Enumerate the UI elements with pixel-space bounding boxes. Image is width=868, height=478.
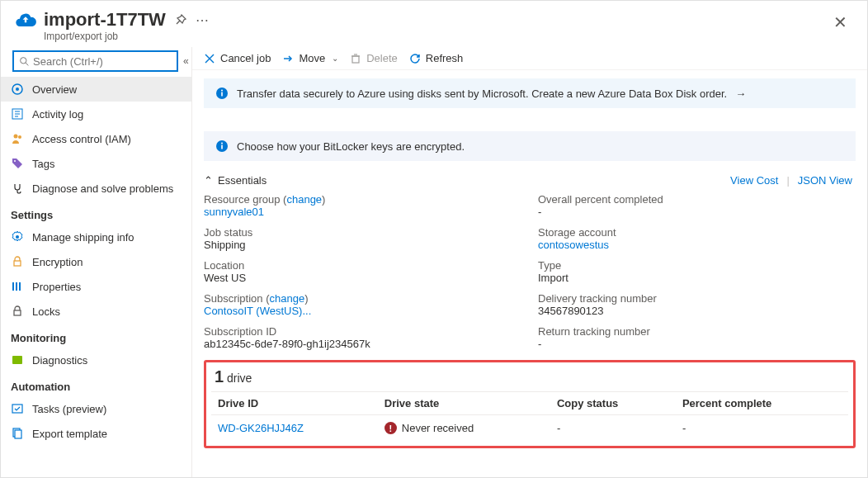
sidebar-item-label: Encryption	[32, 256, 83, 268]
essentials-toggle[interactable]: ⌃ Essentials	[204, 174, 730, 187]
svg-rect-20	[15, 430, 21, 438]
view-cost-link[interactable]: View Cost	[730, 174, 778, 187]
sidebar-item-label: Access control (IAM)	[32, 133, 131, 145]
cloud-upload-icon	[14, 9, 37, 32]
delivery-tracking-value: 34567890123	[538, 305, 856, 317]
col-copy-status[interactable]: Copy status	[550, 392, 676, 415]
sidebar-item-properties[interactable]: Properties	[1, 274, 191, 299]
copy-status-value: -	[550, 415, 676, 442]
sidebar-item-label: Export template	[32, 428, 107, 440]
sidebar-item-locks[interactable]: Locks	[1, 299, 191, 324]
move-button[interactable]: Move ⌄	[282, 52, 338, 64]
col-percent-complete[interactable]: Percent complete	[676, 392, 848, 415]
tasks-icon	[11, 402, 24, 415]
people-icon	[11, 132, 24, 145]
sidebar-item-overview[interactable]: Overview	[1, 77, 191, 102]
svg-rect-17	[12, 356, 22, 364]
sidebar-item-activity-log[interactable]: Activity log	[1, 102, 191, 126]
svg-rect-14	[16, 282, 17, 291]
sidebar-item-label: Manage shipping info	[32, 231, 134, 244]
essentials-grid: Resource group (change) sunnyvale01 Job …	[192, 190, 867, 357]
sidebar-item-label: Properties	[32, 281, 81, 293]
arrow-right-icon[interactable]: →	[735, 88, 746, 100]
svg-rect-31	[221, 145, 223, 149]
diagnose-icon	[11, 182, 24, 195]
change-rg-link[interactable]: change	[286, 193, 322, 206]
svg-rect-13	[12, 282, 14, 291]
sidebar-item-export-template[interactable]: Export template	[1, 421, 191, 446]
percent-complete-value: -	[538, 206, 856, 218]
pin-icon[interactable]	[174, 13, 187, 26]
sidebar-item-tags[interactable]: Tags	[1, 151, 191, 176]
sidebar-item-access-control[interactable]: Access control (IAM)	[1, 126, 191, 151]
info-banner-text: Choose how your BitLocker keys are encry…	[237, 140, 465, 153]
svg-rect-12	[14, 261, 21, 266]
drive-id-link[interactable]: WD-GK26HJJ46Z	[218, 422, 304, 434]
sidebar-item-shipping[interactable]: Manage shipping info	[1, 225, 191, 249]
resource-group-link[interactable]: sunnyvale01	[204, 206, 521, 218]
svg-rect-18	[12, 405, 22, 413]
sidebar-item-label: Activity log	[32, 108, 83, 121]
lock-icon	[11, 255, 24, 268]
search-input-wrapper[interactable]	[12, 50, 178, 72]
return-tracking-value: -	[538, 338, 856, 350]
col-drive-state[interactable]: Drive state	[378, 392, 550, 415]
change-sub-link[interactable]: change	[270, 292, 305, 305]
properties-icon	[11, 280, 24, 293]
sidebar-item-encryption[interactable]: Encryption	[1, 249, 191, 274]
sidebar-item-diagnostics[interactable]: Diagnostics	[1, 348, 191, 372]
page-title: import-1T7TW	[44, 9, 166, 31]
close-button[interactable]: ✕	[827, 9, 854, 35]
blade-header: import-1T7TW ⋯ Import/export job ✕	[1, 1, 867, 47]
sidebar: « Overview Activity log Access control (…	[1, 47, 192, 478]
export-template-icon	[11, 427, 24, 440]
svg-rect-16	[14, 310, 21, 315]
percent-complete-cell: -	[676, 415, 848, 442]
lock-icon	[11, 305, 24, 318]
job-status-value: Shipping	[204, 239, 521, 251]
chevron-up-icon: ⌃	[204, 174, 213, 187]
svg-rect-15	[19, 282, 21, 291]
sidebar-heading-automation: Automation	[1, 372, 191, 396]
svg-point-8	[14, 135, 18, 139]
svg-point-29	[221, 90, 223, 92]
subscription-link[interactable]: ContosoIT (WestUS)...	[204, 305, 521, 317]
drives-section: 1 drive Drive ID Drive state Copy status…	[204, 360, 856, 448]
sidebar-heading-monitoring: Monitoring	[1, 324, 191, 348]
table-row[interactable]: WD-GK26HJJ46Z ! Never received - -	[211, 415, 848, 442]
json-view-link[interactable]: JSON View	[798, 174, 852, 187]
info-icon	[215, 87, 229, 100]
main-content: Cancel job Move ⌄ Delete Refresh Transfe…	[192, 47, 867, 478]
chevron-down-icon: ⌄	[332, 54, 338, 63]
tag-icon	[11, 157, 24, 170]
info-banner-bitlocker: Choose how your BitLocker keys are encry…	[204, 131, 856, 161]
sidebar-item-diagnose[interactable]: Diagnose and solve problems	[1, 176, 191, 201]
svg-point-32	[221, 143, 223, 144]
refresh-icon	[409, 53, 421, 64]
cancel-job-button[interactable]: Cancel job	[204, 52, 271, 64]
sidebar-item-label: Diagnose and solve problems	[32, 182, 173, 195]
delete-icon	[350, 53, 361, 64]
svg-point-3	[16, 88, 19, 91]
sidebar-heading-settings: Settings	[1, 201, 191, 225]
subscription-id-value: ab12345c-6de7-89f0-gh1ij234567k	[204, 338, 521, 350]
storage-account-link[interactable]: contosowestus	[538, 239, 856, 251]
search-input[interactable]	[33, 55, 172, 68]
drive-state-value: Never received	[402, 422, 474, 434]
gear-icon	[11, 230, 24, 244]
svg-point-9	[18, 135, 21, 139]
command-bar: Cancel job Move ⌄ Delete Refresh	[192, 47, 867, 70]
delete-button: Delete	[350, 52, 398, 64]
more-icon[interactable]: ⋯	[196, 12, 210, 28]
sidebar-item-label: Tags	[32, 158, 54, 170]
activity-log-icon	[11, 107, 24, 121]
refresh-button[interactable]: Refresh	[409, 52, 464, 64]
svg-point-11	[16, 235, 19, 239]
col-drive-id[interactable]: Drive ID	[211, 392, 378, 415]
drives-title: 1 drive	[211, 366, 848, 391]
sidebar-item-tasks[interactable]: Tasks (preview)	[1, 396, 191, 421]
error-icon: !	[384, 422, 397, 434]
svg-point-0	[21, 57, 26, 63]
collapse-sidebar-icon[interactable]: «	[183, 55, 189, 67]
diagnostics-icon	[11, 353, 24, 367]
